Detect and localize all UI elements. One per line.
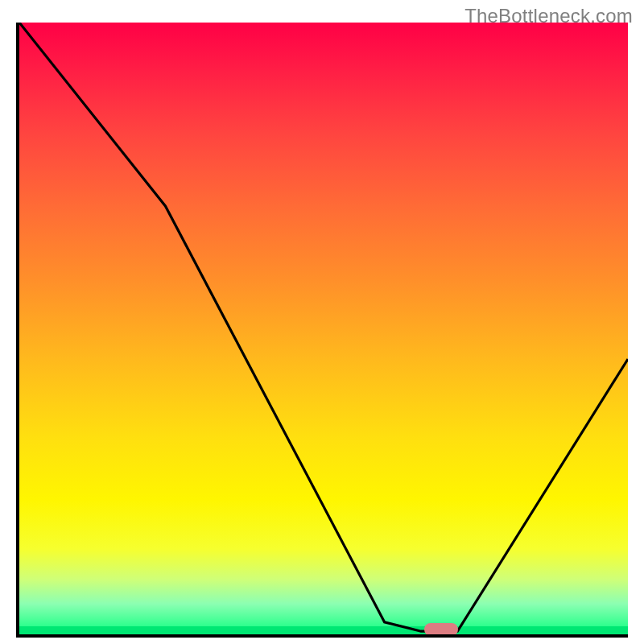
line-layer <box>19 23 628 634</box>
watermark-text: TheBottleneck.com <box>464 5 633 27</box>
curve-path <box>19 23 628 631</box>
optimal-marker <box>424 623 458 636</box>
chart-container: TheBottleneck.com <box>0 0 644 644</box>
plot-area <box>16 23 628 638</box>
